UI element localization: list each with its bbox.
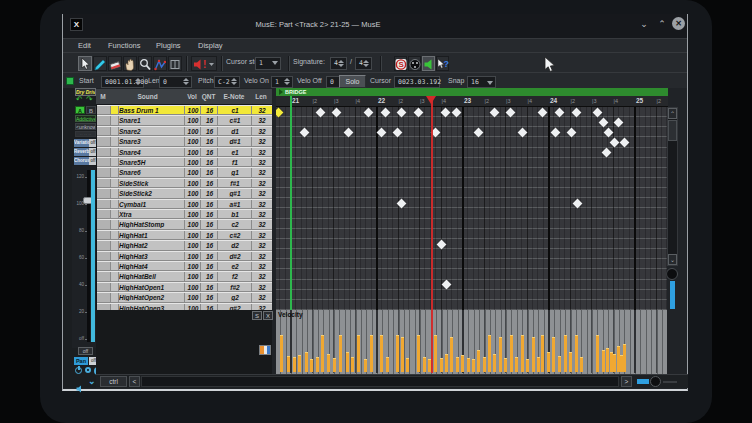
spin-down-icon[interactable] (338, 64, 344, 67)
grid-row[interactable] (276, 300, 667, 310)
collapse-chevron-icon[interactable]: ⌄ (88, 376, 96, 386)
speaker-button[interactable] (422, 56, 435, 71)
velocity-bar[interactable] (499, 337, 502, 372)
velocity-bar[interactable] (396, 335, 399, 372)
signature-numerator-spinner[interactable]: 4 (330, 57, 347, 70)
spin-down-icon[interactable] (284, 82, 290, 85)
velocity-bar[interactable] (287, 356, 290, 372)
pan-tool[interactable] (123, 56, 137, 71)
mute-cell[interactable] (97, 283, 111, 291)
playhead-marker-icon[interactable] (426, 96, 436, 104)
velocity-bar[interactable] (602, 350, 605, 372)
spin-up-icon[interactable] (338, 60, 344, 63)
pan-label[interactable]: Pan (74, 357, 88, 365)
speaker-icon[interactable] (76, 379, 85, 387)
velocity-panel[interactable]: Velocity (276, 310, 667, 374)
velocity-bar[interactable] (333, 358, 336, 372)
velocity-bar[interactable] (467, 358, 470, 372)
scroll-up-icon[interactable]: ⌃ (668, 108, 677, 119)
mute-cell[interactable] (97, 241, 111, 249)
velocity-bar[interactable] (386, 357, 389, 372)
instrument-row[interactable]: HighHat410016e232 (97, 261, 272, 271)
velocity-bar[interactable] (316, 357, 319, 372)
grid-row[interactable] (276, 209, 667, 219)
close-button[interactable]: ✕ (672, 17, 685, 30)
channel-b-button[interactable]: B (86, 106, 96, 114)
velocity-bar[interactable] (493, 354, 496, 372)
velocity-bar[interactable] (461, 355, 464, 372)
horizontal-zoom-track[interactable] (637, 379, 649, 384)
velocity-bar[interactable] (623, 344, 626, 372)
midi-control-reverb[interactable]: Reverboff (74, 148, 97, 156)
velocity-bar[interactable] (280, 335, 283, 372)
ctrl-button[interactable]: ctrl (100, 376, 127, 387)
velocity-bar[interactable] (364, 359, 367, 372)
spin-down-icon[interactable] (363, 64, 369, 67)
len-spinbox[interactable]: 0 (159, 76, 192, 88)
grid-row[interactable] (276, 259, 667, 269)
solo-button[interactable]: Solo (339, 75, 366, 88)
velocity-bar[interactable] (532, 337, 535, 372)
shade-button[interactable]: ⌄ (638, 19, 650, 29)
spin-up-icon[interactable] (135, 78, 141, 81)
velo-on-spinbox[interactable]: 1 (271, 76, 293, 88)
instrument-row[interactable]: Bass Drum 110016c132 (97, 105, 272, 115)
velocity-bar[interactable] (406, 358, 409, 372)
grid-row[interactable] (276, 188, 667, 198)
mute-cell[interactable] (97, 231, 111, 239)
pointer-tool[interactable] (78, 56, 92, 71)
velocity-bar[interactable] (547, 352, 550, 372)
instrument-row[interactable]: Snare310016d#132 (97, 136, 272, 146)
menu-functions[interactable]: Functions (108, 41, 141, 50)
velocity-bar[interactable] (440, 358, 443, 372)
midi-panic-button[interactable]: ! (191, 56, 217, 71)
mute-cell[interactable] (97, 127, 111, 135)
instrument-row[interactable]: SideStick10016f#132 (97, 178, 272, 188)
velocity-bar[interactable] (488, 335, 491, 372)
velocity-bar[interactable] (423, 357, 426, 372)
grid-row[interactable] (276, 219, 667, 229)
velocity-bar[interactable] (310, 359, 313, 372)
snap-select[interactable]: 16 (467, 76, 496, 88)
instrument-row[interactable]: HighHatOpen110016f#232 (97, 282, 272, 292)
mute-cell[interactable] (97, 200, 111, 208)
quantize-tool[interactable] (168, 56, 182, 71)
instrument-row[interactable]: HighHat310016d#232 (97, 251, 272, 261)
velocity-bar[interactable] (417, 335, 420, 372)
step-record-button[interactable]: S (394, 56, 407, 71)
velocity-bar[interactable] (450, 337, 453, 372)
velocity-bar[interactable] (357, 335, 360, 372)
velocity-bar[interactable] (515, 357, 518, 372)
whats-this-button[interactable]: ? (436, 56, 449, 71)
grid-row[interactable] (276, 280, 667, 290)
menu-plugins[interactable]: Plugins (156, 41, 181, 50)
velocity-bar[interactable] (606, 348, 609, 372)
spin-up-icon[interactable] (231, 78, 237, 81)
grid-row[interactable] (276, 290, 667, 300)
velocity-bar[interactable] (526, 359, 529, 372)
horizontal-zoom-knob[interactable] (650, 376, 661, 387)
mute-cell[interactable] (97, 137, 111, 145)
mute-cell[interactable] (97, 168, 111, 176)
midi-control-chorus[interactable]: Chorusoff (74, 157, 97, 165)
velocity-bar[interactable] (575, 335, 578, 372)
record-ring-icon[interactable] (85, 367, 91, 373)
velocity-bar[interactable] (305, 352, 308, 372)
instrument-row[interactable]: HighHatOpen210016g232 (97, 292, 272, 302)
route-left-arrow-icon[interactable]: ↶ (76, 95, 83, 104)
route-right-arrow-icon[interactable]: ↷ (86, 95, 93, 104)
channel-a-button[interactable]: A (75, 106, 85, 114)
velocity-bar[interactable] (558, 356, 561, 372)
eraser-tool[interactable] (108, 56, 122, 71)
mute-cell[interactable] (97, 220, 111, 228)
velocity-bar[interactable] (346, 352, 349, 372)
velocity-bar[interactable] (445, 354, 448, 372)
velocity-bar[interactable] (477, 350, 480, 372)
instrument-row[interactable]: HighHatBell10016f232 (97, 271, 272, 281)
grid-row[interactable] (276, 249, 667, 259)
controller-select-icon[interactable] (259, 345, 271, 355)
velocity-bar[interactable] (537, 357, 540, 372)
menu-edit[interactable]: Edit (78, 41, 91, 50)
mute-cell[interactable] (97, 252, 111, 260)
velocity-bar[interactable] (504, 358, 507, 372)
